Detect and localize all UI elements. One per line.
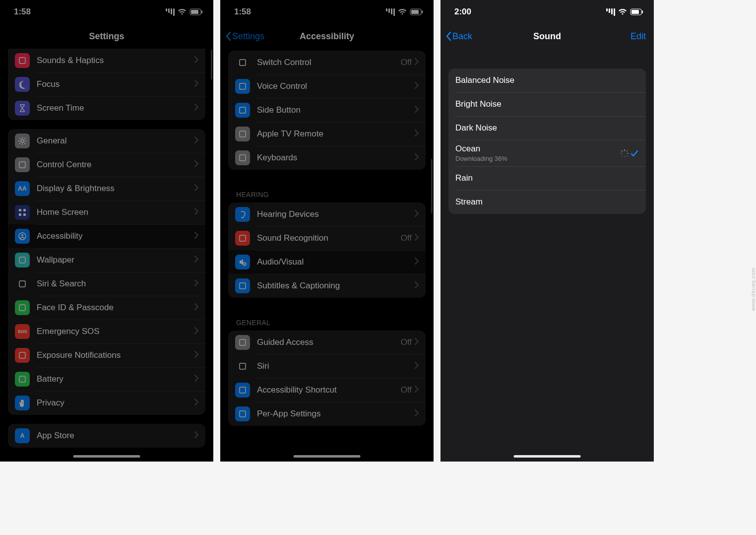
status-time: 1:58 <box>14 7 31 17</box>
settings-list[interactable]: Sounds & HapticsFocusScreen Time General… <box>0 49 213 462</box>
chevron-right-icon <box>415 106 419 115</box>
app-icon <box>235 406 250 421</box>
screen-settings: 1:58 Settings Sounds & HapticsFocusScree… <box>0 0 213 462</box>
row-value: Off <box>401 385 412 395</box>
gear-icon <box>15 134 30 148</box>
settings-row[interactable]: Home Screen <box>8 201 205 224</box>
chevron-right-icon <box>415 153 419 162</box>
row-label: Balanced Noise <box>455 75 639 85</box>
moon-icon <box>15 77 30 92</box>
chevron-right-icon <box>194 56 198 65</box>
hand-icon <box>15 396 30 410</box>
svg-rect-20 <box>240 60 246 66</box>
chevron-right-icon <box>415 386 419 395</box>
settings-row[interactable]: Battery <box>8 367 205 391</box>
section-header-hearing: HEARING <box>228 179 426 202</box>
accessibility-row[interactable]: Hearing Devices <box>228 202 426 226</box>
settings-row[interactable]: Face ID & Passcode <box>8 296 205 320</box>
settings-row[interactable]: Screen Time <box>8 96 205 120</box>
accessibility-row[interactable]: Accessibility ShortcutOff <box>228 378 426 402</box>
battery-icon <box>410 8 424 15</box>
page-title: Accessibility <box>300 31 354 42</box>
accessibility-row[interactable]: Side Button <box>228 98 426 122</box>
row-label: Control Centre <box>37 160 194 170</box>
sound-row[interactable]: Stream <box>448 190 646 214</box>
ear-icon <box>235 207 250 222</box>
status-icons <box>385 8 424 16</box>
accessibility-row[interactable]: Switch ControlOff <box>228 51 426 74</box>
accessibility-row[interactable]: Sound RecognitionOff <box>228 226 426 250</box>
settings-row[interactable]: AApp Store <box>8 424 205 448</box>
svg-rect-19 <box>422 10 423 13</box>
row-label: Switch Control <box>257 58 401 67</box>
svg-point-4 <box>21 139 24 142</box>
sliders-icon <box>15 157 30 172</box>
settings-row[interactable]: Siri & Search <box>8 272 205 296</box>
person-icon <box>15 229 30 244</box>
accessibility-row[interactable]: Voice Control <box>228 74 426 98</box>
row-label: Subtitles & Captioning <box>257 281 415 291</box>
row-label: Face ID & Passcode <box>37 303 194 313</box>
back-button[interactable]: Back <box>445 31 472 42</box>
chevron-right-icon <box>415 234 419 243</box>
face-icon <box>15 300 30 315</box>
svg-rect-31 <box>240 387 246 393</box>
svg-rect-23 <box>240 131 246 137</box>
row-label: Voice Control <box>257 81 415 91</box>
svg-rect-24 <box>240 155 246 161</box>
chevron-right-icon <box>194 184 198 193</box>
back-button[interactable]: Settings <box>225 31 264 42</box>
accessibility-row[interactable]: Guided AccessOff <box>228 331 426 354</box>
settings-row[interactable]: Sounds & Haptics <box>8 49 205 72</box>
accessibility-row[interactable]: Siri <box>228 354 426 378</box>
settings-row[interactable]: Privacy <box>8 391 205 415</box>
svg-rect-13 <box>19 281 25 287</box>
svg-rect-29 <box>240 339 246 345</box>
svg-rect-18 <box>411 10 419 14</box>
row-label: Dark Noise <box>455 123 639 133</box>
siri-icon <box>15 276 30 291</box>
edit-button[interactable]: Edit <box>630 31 646 42</box>
sound-row[interactable]: Balanced Noise <box>448 68 646 92</box>
sound-list[interactable]: Balanced NoiseBright NoiseDark NoiseOcea… <box>441 49 654 462</box>
settings-row[interactable]: Wallpaper <box>8 248 205 272</box>
settings-row[interactable]: AADisplay & Brightness <box>8 177 205 201</box>
checkmark-icon <box>629 149 639 158</box>
sound-row[interactable]: OceanDownloading 36% <box>448 140 646 166</box>
settings-row[interactable]: Control Centre <box>8 153 205 177</box>
accessibility-row[interactable]: Audio/Visual <box>228 250 426 274</box>
accessibility-row[interactable]: Apple TV Remote <box>228 122 426 146</box>
row-value: Off <box>401 337 412 347</box>
row-label: Emergency SOS <box>37 327 194 336</box>
settings-row[interactable]: Focus <box>8 72 205 96</box>
accessibility-row[interactable]: Keyboards <box>228 146 426 170</box>
accessibility-row[interactable]: Per-App Settings <box>228 402 426 426</box>
settings-row[interactable]: Accessibility <box>8 224 205 248</box>
settings-row[interactable]: Exposure Notifications <box>8 343 205 367</box>
accessibility-row[interactable]: Subtitles & Captioning <box>228 274 426 298</box>
status-icons <box>165 8 203 16</box>
svg-rect-22 <box>240 107 246 113</box>
row-label: Keyboards <box>257 153 415 163</box>
speaker-icon <box>15 53 30 68</box>
row-label: General <box>37 136 194 146</box>
settings-row[interactable]: SOSEmergency SOS <box>8 320 205 343</box>
status-bar: 1:58 <box>220 0 434 24</box>
chevron-right-icon <box>194 279 198 288</box>
svg-rect-30 <box>240 363 246 369</box>
tap-icon <box>235 383 250 398</box>
nav-bar: Settings Accessibility <box>220 24 434 49</box>
sound-row[interactable]: Rain <box>448 166 646 190</box>
sound-row[interactable]: Bright Noise <box>448 92 646 116</box>
row-label: Home Screen <box>37 207 194 217</box>
row-label: Screen Time <box>37 103 194 113</box>
accessibility-list[interactable]: Switch ControlOffVoice ControlSide Butto… <box>220 49 434 462</box>
row-label: Focus <box>37 79 194 89</box>
sound-row[interactable]: Dark Noise <box>448 116 646 140</box>
back-label: Settings <box>232 31 264 42</box>
row-label: Privacy <box>37 398 194 408</box>
kb-icon <box>235 150 250 165</box>
svg-rect-6 <box>19 209 21 211</box>
settings-row[interactable]: General <box>8 129 205 153</box>
status-bar: 2:00 <box>441 0 654 24</box>
